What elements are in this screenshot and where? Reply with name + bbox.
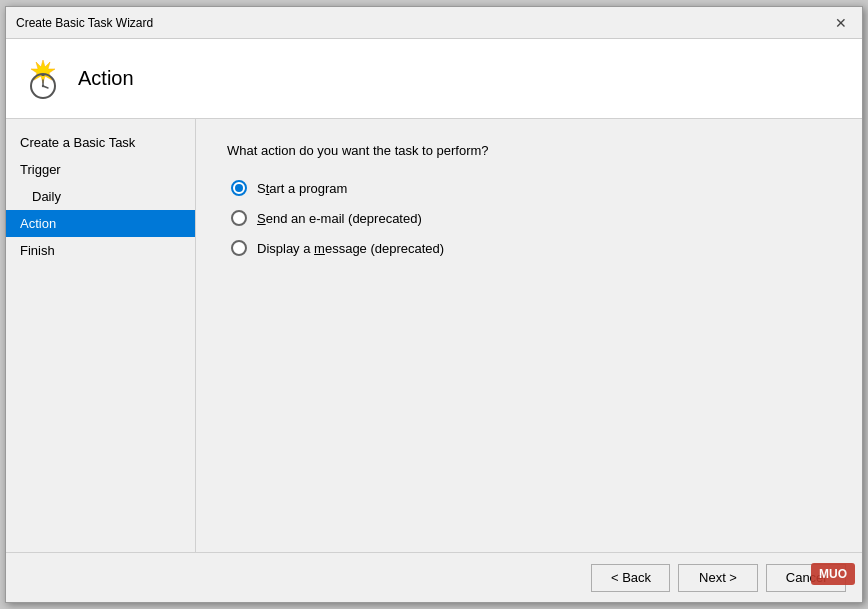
- content-area: Create a Basic Task Trigger Daily Action…: [6, 119, 862, 552]
- title-bar-left: Create Basic Task Wizard: [16, 16, 153, 30]
- dialog: Create Basic Task Wizard ✕: [5, 6, 863, 603]
- svg-rect-2: [42, 75, 45, 76]
- radio-label-display-message: Display a message (deprecated): [257, 241, 444, 256]
- close-button[interactable]: ✕: [830, 12, 852, 34]
- radio-option-display-message[interactable]: Display a message (deprecated): [231, 240, 830, 256]
- radio-circle-send-email: [231, 210, 247, 226]
- sidebar: Create a Basic Task Trigger Daily Action…: [6, 119, 196, 552]
- next-button[interactable]: Next >: [678, 564, 758, 592]
- radio-group: Start a program Send an e-mail (deprecat…: [231, 180, 830, 256]
- sidebar-item-daily[interactable]: Daily: [6, 183, 195, 210]
- radio-circle-display-message: [231, 240, 247, 256]
- sidebar-item-action[interactable]: Action: [6, 210, 195, 237]
- header-title: Action: [78, 67, 134, 90]
- radio-label-send-email: Send an e-mail (deprecated): [257, 211, 422, 226]
- sidebar-item-trigger[interactable]: Trigger: [6, 156, 195, 183]
- header-section: Action: [6, 39, 862, 119]
- svg-point-5: [42, 84, 44, 86]
- radio-option-send-email[interactable]: Send an e-mail (deprecated): [231, 210, 830, 226]
- cancel-button[interactable]: Cancel: [766, 564, 846, 592]
- main-panel: What action do you want the task to perf…: [196, 119, 862, 552]
- question-text: What action do you want the task to perf…: [227, 143, 830, 158]
- title-bar-text: Create Basic Task Wizard: [16, 16, 153, 30]
- title-bar: Create Basic Task Wizard ✕: [6, 7, 862, 39]
- radio-option-start-program[interactable]: Start a program: [231, 180, 830, 196]
- sidebar-item-finish[interactable]: Finish: [6, 237, 195, 264]
- radio-circle-start-program: [231, 180, 247, 196]
- radio-label-start-program: Start a program: [257, 181, 347, 196]
- footer: < Back Next > Cancel: [6, 552, 862, 602]
- sidebar-item-create-basic-task[interactable]: Create a Basic Task: [6, 129, 195, 156]
- task-icon: [22, 58, 64, 100]
- back-button[interactable]: < Back: [591, 564, 670, 592]
